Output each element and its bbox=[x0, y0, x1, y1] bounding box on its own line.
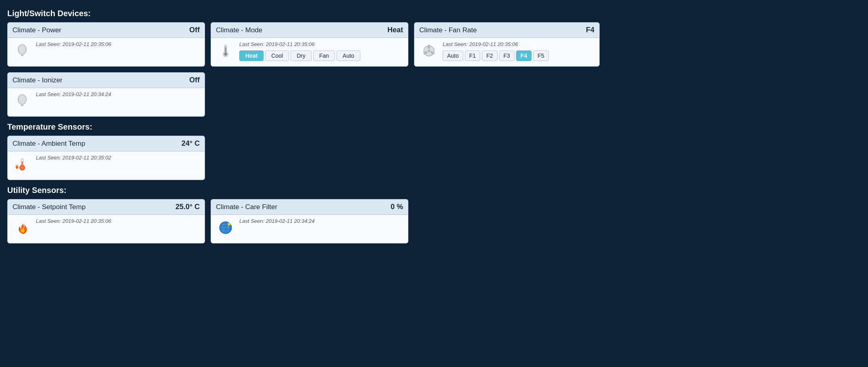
mode-buttons: Heat Cool Dry Fan Auto bbox=[239, 50, 403, 61]
last-seen-setpoint-temp: Last Seen: 2019-02-11 20:35:06 bbox=[36, 218, 200, 224]
fan-btn-f4[interactable]: F4 bbox=[516, 50, 531, 61]
card-header-care-filter: Climate - Care Filter 0 % bbox=[211, 199, 408, 215]
card-body-fan-rate: Last Seen: 2019-02-11 20:35:06 Auto F1 F… bbox=[414, 38, 599, 66]
card-title-ambient-temp: Climate - Ambient Temp bbox=[13, 140, 85, 148]
thermometer-hot-icon bbox=[13, 155, 32, 174]
card-body-ambient-temp: Last Seen: 2019-02-11 20:35:02 bbox=[8, 151, 205, 180]
cards-row-light-switch: Climate - Power Off Last Seen: 2019-02-1… bbox=[7, 22, 861, 67]
last-seen-ambient-temp: Last Seen: 2019-02-11 20:35:02 bbox=[36, 155, 200, 161]
fan-btn-f2[interactable]: F2 bbox=[482, 50, 497, 61]
card-climate-ambient-temp: Climate - Ambient Temp 24° C Last Seen: … bbox=[7, 136, 205, 180]
card-info-ionizer: Last Seen: 2019-02-11 20:34:24 bbox=[36, 91, 200, 101]
cards-row-ionizer: Climate - Ionizer Off Last Seen: 2019-02… bbox=[7, 72, 861, 117]
card-climate-fan-rate: Climate - Fan Rate F4 Last Seen: 2019-02… bbox=[414, 22, 600, 67]
card-climate-power: Climate - Power Off Last Seen: 2019-02-1… bbox=[7, 22, 205, 67]
fan-btn-auto[interactable]: Auto bbox=[443, 50, 463, 61]
page-container: Light/Switch Devices: Climate - Power Of… bbox=[7, 9, 861, 243]
fan-btn-f3[interactable]: F3 bbox=[499, 50, 515, 61]
card-value-ionizer: Off bbox=[189, 76, 200, 84]
section-utility-sensors-title: Utility Sensors: bbox=[7, 186, 861, 195]
card-title-mode: Climate - Mode bbox=[216, 26, 262, 34]
card-body-power: Last Seen: 2019-02-11 20:35:06 bbox=[8, 38, 205, 66]
mode-btn-heat[interactable]: Heat bbox=[239, 50, 264, 61]
card-value-setpoint-temp: 25.0° C bbox=[176, 203, 200, 211]
thermometer-icon bbox=[216, 41, 235, 61]
card-title-setpoint-temp: Climate - Setpoint Temp bbox=[13, 203, 86, 211]
card-climate-mode: Climate - Mode Heat Last Seen: 2019-02-1… bbox=[211, 22, 408, 67]
card-title-care-filter: Climate - Care Filter bbox=[216, 203, 277, 211]
card-body-ionizer: Last Seen: 2019-02-11 20:34:24 bbox=[8, 88, 205, 116]
last-seen-fan-rate: Last Seen: 2019-02-11 20:35:06 bbox=[443, 41, 594, 47]
card-title-power: Climate - Power bbox=[13, 26, 61, 34]
card-info-setpoint-temp: Last Seen: 2019-02-11 20:35:06 bbox=[36, 218, 200, 227]
fan-rate-buttons: Auto F1 F2 F3 F4 F5 bbox=[443, 50, 594, 61]
bulb-icon-ionizer bbox=[13, 91, 32, 111]
card-header-ambient-temp: Climate - Ambient Temp 24° C bbox=[8, 136, 205, 151]
card-header-power: Climate - Power Off bbox=[8, 23, 205, 38]
flame-icon bbox=[13, 218, 32, 237]
card-value-care-filter: 0 % bbox=[391, 203, 403, 211]
card-title-fan-rate: Climate - Fan Rate bbox=[419, 26, 477, 34]
section-temp-sensors-title: Temperature Sensors: bbox=[7, 122, 861, 132]
card-body-mode: Last Seen: 2019-02-11 20:35:06 Heat Cool… bbox=[211, 38, 408, 66]
card-info-mode: Last Seen: 2019-02-11 20:35:06 Heat Cool… bbox=[239, 41, 403, 61]
card-info-fan-rate: Last Seen: 2019-02-11 20:35:06 Auto F1 F… bbox=[443, 41, 594, 61]
last-seen-care-filter: Last Seen: 2019-02-11 20:34:24 bbox=[239, 218, 403, 224]
card-value-mode: Heat bbox=[387, 26, 403, 34]
card-climate-setpoint-temp: Climate - Setpoint Temp 25.0° C Last See… bbox=[7, 199, 205, 243]
card-header-ionizer: Climate - Ionizer Off bbox=[8, 73, 205, 88]
bulb-icon bbox=[13, 41, 32, 61]
card-info-ambient-temp: Last Seen: 2019-02-11 20:35:02 bbox=[36, 155, 200, 164]
card-header-fan-rate: Climate - Fan Rate F4 bbox=[414, 23, 599, 38]
mode-btn-dry[interactable]: Dry bbox=[291, 50, 312, 61]
last-seen-ionizer: Last Seen: 2019-02-11 20:34:24 bbox=[36, 91, 200, 97]
card-value-power: Off bbox=[189, 26, 200, 34]
card-info-power: Last Seen: 2019-02-11 20:35:06 bbox=[36, 41, 200, 50]
fan-icon bbox=[419, 41, 439, 61]
cards-row-utility: Climate - Setpoint Temp 25.0° C Last See… bbox=[7, 199, 861, 243]
fan-btn-f5[interactable]: F5 bbox=[533, 50, 548, 61]
mode-btn-fan[interactable]: Fan bbox=[313, 50, 335, 61]
card-body-setpoint-temp: Last Seen: 2019-02-11 20:35:06 bbox=[8, 215, 205, 243]
card-info-care-filter: Last Seen: 2019-02-11 20:34:24 bbox=[239, 218, 403, 227]
last-seen-power: Last Seen: 2019-02-11 20:35:06 bbox=[36, 41, 200, 47]
last-seen-mode: Last Seen: 2019-02-11 20:35:06 bbox=[239, 41, 403, 47]
card-climate-care-filter: Climate - Care Filter 0 % Last Seen: 201… bbox=[211, 199, 408, 243]
card-title-ionizer: Climate - Ionizer bbox=[13, 76, 63, 84]
card-climate-ionizer: Climate - Ionizer Off Last Seen: 2019-02… bbox=[7, 72, 205, 117]
card-header-setpoint-temp: Climate - Setpoint Temp 25.0° C bbox=[8, 199, 205, 215]
card-body-care-filter: Last Seen: 2019-02-11 20:34:24 bbox=[211, 215, 408, 243]
cards-row-temp: Climate - Ambient Temp 24° C Last Seen: … bbox=[7, 136, 861, 180]
mode-btn-cool[interactable]: Cool bbox=[265, 50, 289, 61]
card-header-mode: Climate - Mode Heat bbox=[211, 23, 408, 38]
fan-btn-f1[interactable]: F1 bbox=[465, 50, 480, 61]
globe-icon bbox=[216, 218, 235, 237]
mode-btn-auto[interactable]: Auto bbox=[337, 50, 360, 61]
card-value-fan-rate: F4 bbox=[586, 26, 594, 34]
card-value-ambient-temp: 24° C bbox=[182, 139, 200, 148]
section-light-switch-title: Light/Switch Devices: bbox=[7, 9, 861, 18]
